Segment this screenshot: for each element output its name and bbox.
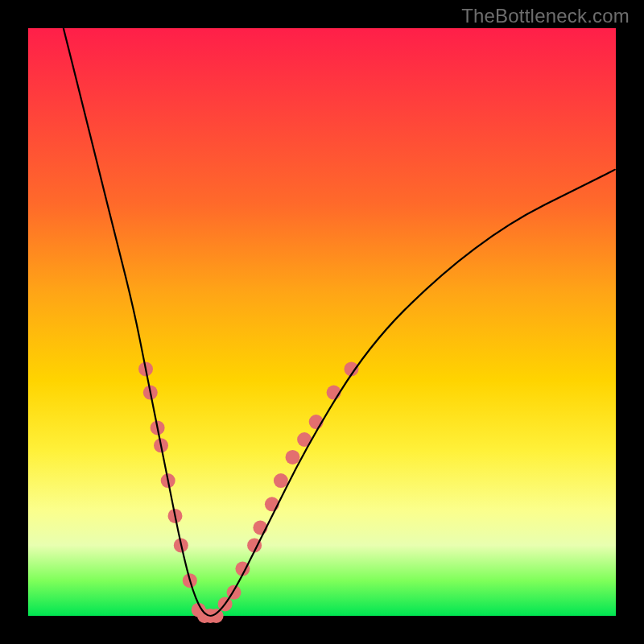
chart-svg: [28, 28, 616, 616]
marker-dots: [138, 361, 359, 623]
marker-dot: [274, 473, 288, 488]
plot-area: [28, 28, 616, 616]
bottleneck-curve: [64, 28, 616, 616]
chart-frame: TheBottleneck.com: [0, 0, 644, 644]
marker-dot: [286, 450, 300, 464]
watermark-text: TheBottleneck.com: [461, 5, 630, 27]
